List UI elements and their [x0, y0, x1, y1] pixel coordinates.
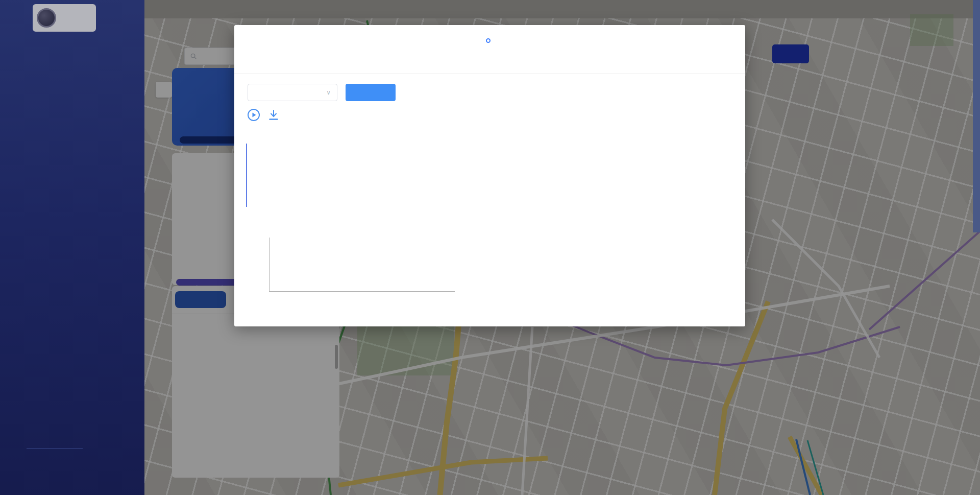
chevron-down-icon: ∨ — [326, 89, 331, 96]
waveform-chart — [247, 142, 481, 209]
spectrum-chart — [269, 238, 455, 292]
date-select[interactable]: ∨ — [248, 84, 337, 101]
app-screen: ∨ — [0, 0, 980, 495]
fetch-audio-button[interactable] — [346, 84, 396, 101]
modal-title — [234, 35, 745, 44]
logo — [33, 4, 96, 32]
clock-divider — [27, 449, 83, 449]
device-record-modal: ∨ — [234, 25, 745, 326]
sidebar — [0, 0, 144, 495]
waveform-logo-icon — [37, 8, 56, 28]
record-circle-icon — [486, 38, 491, 43]
fft-bar-chart — [524, 139, 713, 278]
download-audio-icon[interactable] — [267, 108, 280, 122]
play-audio-icon[interactable] — [247, 108, 260, 122]
